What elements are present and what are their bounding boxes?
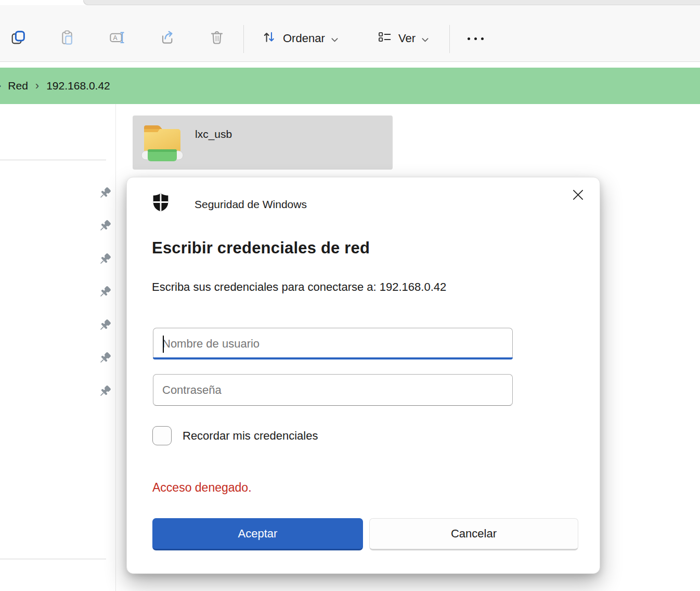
username-field[interactable] bbox=[153, 328, 513, 359]
pin-icon bbox=[98, 318, 112, 335]
remember-credentials-label: Recordar mis credenciales bbox=[183, 429, 318, 443]
sidebar-pinned-item[interactable] bbox=[97, 186, 113, 202]
copy-icon bbox=[10, 29, 27, 48]
address-bar[interactable]: › Red › 192.168.0.42 bbox=[0, 68, 700, 104]
trash-icon bbox=[209, 29, 225, 48]
pin-icon bbox=[98, 252, 112, 268]
password-field[interactable] bbox=[153, 374, 513, 406]
chevron-right-icon: › bbox=[0, 79, 1, 93]
pin-icon bbox=[98, 384, 112, 401]
sort-dropdown-button[interactable]: Ordenar bbox=[255, 24, 344, 53]
more-options-button[interactable] bbox=[461, 26, 490, 51]
dialog-title: Seguridad de Windows bbox=[195, 198, 307, 211]
delete-button[interactable] bbox=[205, 26, 229, 51]
tab-bar-remnant bbox=[83, 0, 700, 5]
view-dropdown-button[interactable]: Ver bbox=[370, 24, 435, 53]
view-label: Ver bbox=[398, 32, 416, 45]
sidebar-pinned-item[interactable] bbox=[97, 384, 113, 401]
toolbar-divider bbox=[243, 25, 244, 53]
cancel-button[interactable]: Cancelar bbox=[369, 518, 578, 550]
access-denied-error: Acceso denegado. bbox=[152, 481, 252, 495]
sidebar-pinned-item[interactable] bbox=[97, 285, 113, 301]
sidebar-section-divider bbox=[0, 559, 106, 559]
share-button[interactable] bbox=[155, 26, 179, 51]
sort-label: Ordenar bbox=[283, 32, 325, 45]
view-icon bbox=[377, 29, 392, 48]
paste-icon bbox=[59, 29, 75, 48]
dialog-subtitle: Escriba sus credenciales para conectarse… bbox=[152, 280, 446, 294]
pin-icon bbox=[98, 285, 112, 301]
svg-text:A: A bbox=[113, 34, 117, 42]
explorer-toolbar: A bbox=[0, 5, 700, 62]
username-input[interactable] bbox=[153, 328, 512, 359]
breadcrumb-current[interactable]: 192.168.0.42 bbox=[46, 80, 110, 92]
ellipsis-icon bbox=[468, 37, 484, 40]
windows-security-dialog: Seguridad de Windows Escribir credencial… bbox=[126, 177, 600, 574]
pin-icon bbox=[98, 219, 112, 235]
dialog-heading: Escribir credenciales de red bbox=[152, 239, 370, 258]
close-button[interactable] bbox=[566, 184, 590, 208]
close-icon bbox=[572, 188, 585, 203]
remember-credentials-checkbox[interactable] bbox=[152, 426, 172, 445]
remember-credentials-row[interactable]: Recordar mis credenciales bbox=[152, 426, 318, 445]
sidebar-pinned-item[interactable] bbox=[97, 351, 113, 367]
share-icon bbox=[159, 29, 175, 48]
paste-button[interactable] bbox=[55, 26, 79, 51]
rename-button[interactable]: A bbox=[105, 26, 129, 51]
accept-button[interactable]: Aceptar bbox=[152, 518, 363, 550]
file-item-lxc-usb[interactable]: lxc_usb bbox=[133, 115, 393, 170]
file-name: lxc_usb bbox=[195, 128, 232, 140]
chevron-down-icon bbox=[422, 32, 429, 45]
network-folder-icon bbox=[140, 121, 185, 166]
sidebar-pinned-item[interactable] bbox=[97, 318, 113, 335]
text-caret bbox=[163, 336, 164, 353]
copy-button[interactable] bbox=[6, 26, 30, 51]
password-input[interactable] bbox=[153, 375, 512, 405]
toolbar-divider bbox=[449, 25, 450, 53]
windows-security-shield-icon bbox=[152, 192, 170, 215]
sidebar-pinned-item[interactable] bbox=[97, 252, 113, 268]
chevron-right-icon: › bbox=[28, 79, 46, 93]
pin-icon bbox=[98, 186, 112, 202]
breadcrumb-root[interactable]: Red bbox=[8, 80, 28, 92]
sidebar-section-divider bbox=[0, 160, 106, 160]
nav-pane-divider bbox=[115, 104, 116, 591]
chevron-down-icon bbox=[331, 32, 338, 45]
sort-icon bbox=[261, 29, 277, 48]
rename-icon: A bbox=[109, 29, 125, 48]
sidebar-pinned-item[interactable] bbox=[97, 219, 113, 235]
pin-icon bbox=[98, 351, 112, 367]
